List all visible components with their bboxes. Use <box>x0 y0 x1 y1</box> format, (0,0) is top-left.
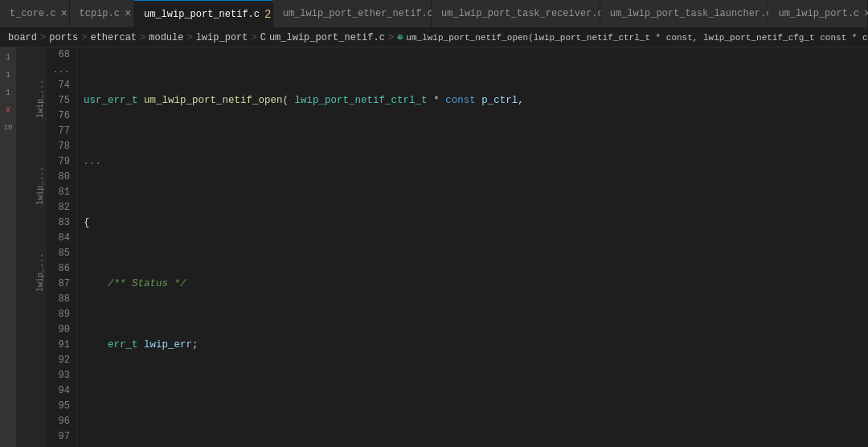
tab-um-lwip-port-task-receiver[interactable]: um_lwip_port_task_receiver.c × <box>432 0 600 27</box>
breadcrumb-func[interactable]: um_lwip_port_netif_open(lwip_port_netif_… <box>406 33 868 43</box>
code-line-75: /** Status */ <box>84 277 868 292</box>
code-line-blank1 <box>84 399 868 414</box>
breadcrumb-symbol: ⊕ <box>397 31 403 43</box>
close-icon[interactable]: × <box>125 8 131 19</box>
breadcrumb-lwip-port[interactable]: lwip_port <box>196 32 248 43</box>
breadcrumb-module[interactable]: module <box>149 32 183 43</box>
activity-item-x: X <box>1 104 15 117</box>
activity-item-3: 1 <box>1 86 15 99</box>
code-editor[interactable]: usr_err_t um_lwip_port_netif_open( lwip_… <box>77 47 868 447</box>
breadcrumb-ethercat[interactable]: ethercat <box>90 32 137 43</box>
breadcrumb-ports[interactable]: ports <box>49 32 78 43</box>
tab-tcpip[interactable]: tcpip.c × <box>70 0 134 27</box>
modified-indicator: 2 <box>264 8 271 21</box>
editor-area: 68 ... 74 75 76 77 78 79 80 81 82 83 84 … <box>47 47 868 447</box>
line-numbers: 68 ... 74 75 76 77 78 79 80 81 82 83 84 … <box>47 47 77 447</box>
left-label-1: lwip_... <box>36 80 45 118</box>
tab-um-lwip-port-ether-netif[interactable]: um_lwip_port_ether_netif.c × <box>273 0 432 27</box>
breadcrumb-file[interactable]: um_lwip_port_netif.c <box>269 32 385 43</box>
line-88: 88 <box>50 292 70 307</box>
close-icon[interactable]: × <box>864 8 868 19</box>
tab-bar: t_core.c × tcpip.c × um_lwip_port_netif.… <box>0 0 868 28</box>
tab-um-lwip-port[interactable]: um_lwip_port.c × <box>768 0 868 27</box>
main-layout: 1 1 1 X 10 lwip_... lwip_... lwip_... 68… <box>0 47 868 447</box>
tab-t-core[interactable]: t_core.c × <box>0 0 70 27</box>
left-label-2: lwip_... <box>36 166 45 205</box>
tab-label: um_lwip_port_netif.c <box>144 9 260 20</box>
code-line-68: usr_err_t um_lwip_port_netif_open( lwip_… <box>84 93 868 109</box>
tab-um-lwip-port-netif[interactable]: um_lwip_port_netif.c 2 × <box>134 0 273 27</box>
left-label-3: lwip_... <box>36 253 45 292</box>
tab-label: tcpip.c <box>80 8 120 19</box>
activity-item-10: 10 <box>1 121 15 134</box>
activity-bar: 1 1 1 X 10 <box>0 47 16 447</box>
breadcrumb-file-c: C <box>260 32 266 43</box>
code-line-76: err_t lwip_err; <box>84 338 868 353</box>
tab-um-lwip-port-task-launcher[interactable]: um_lwip_port_task_launcher.c × <box>600 0 769 27</box>
tab-label: um_lwip_port.c <box>778 8 859 19</box>
close-icon[interactable]: × <box>61 8 68 19</box>
tab-label: t_core.c <box>10 8 56 19</box>
tab-label: um_lwip_port_ether_netif.c <box>283 8 433 19</box>
tab-label: um_lwip_port_task_launcher.c <box>610 8 772 19</box>
activity-item-1: 1 <box>1 51 15 64</box>
tab-label: um_lwip_port_task_receiver.c <box>441 8 604 19</box>
breadcrumb-board[interactable]: board <box>8 32 37 43</box>
activity-item-2: 1 <box>1 68 15 81</box>
code-line-dots: ... <box>84 154 868 170</box>
left-labels: lwip_... lwip_... lwip_... <box>16 47 47 447</box>
breadcrumb: board > ports > ethercat > module > lwip… <box>0 28 868 47</box>
code-line-74: { <box>84 215 868 231</box>
